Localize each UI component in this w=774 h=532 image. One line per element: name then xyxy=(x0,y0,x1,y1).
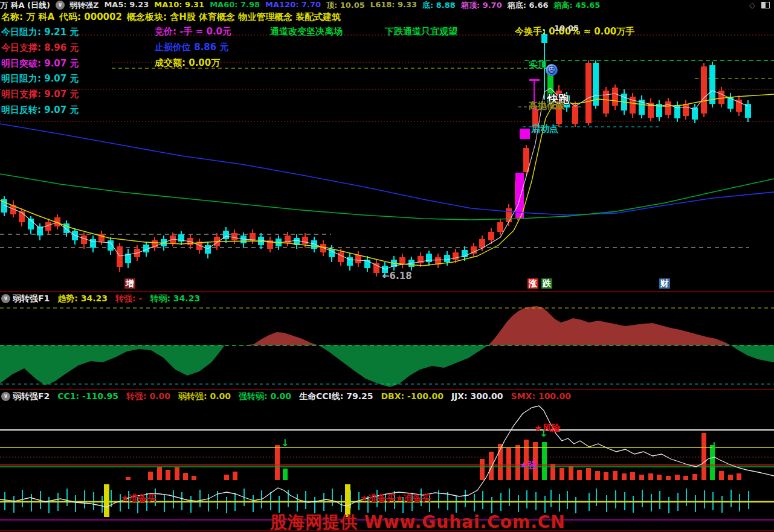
ma-line-2 xyxy=(0,124,774,215)
f2-cci-line xyxy=(0,406,774,507)
ma-line-1 xyxy=(0,94,774,266)
line-layer-svg xyxy=(0,0,774,532)
ma-line-3 xyxy=(0,174,774,220)
app-window: 万 科A (日线) ∨ 弱转强Z MA5: 9.23MA10: 9.31MA60… xyxy=(0,0,774,532)
ma-line-0 xyxy=(4,88,748,269)
